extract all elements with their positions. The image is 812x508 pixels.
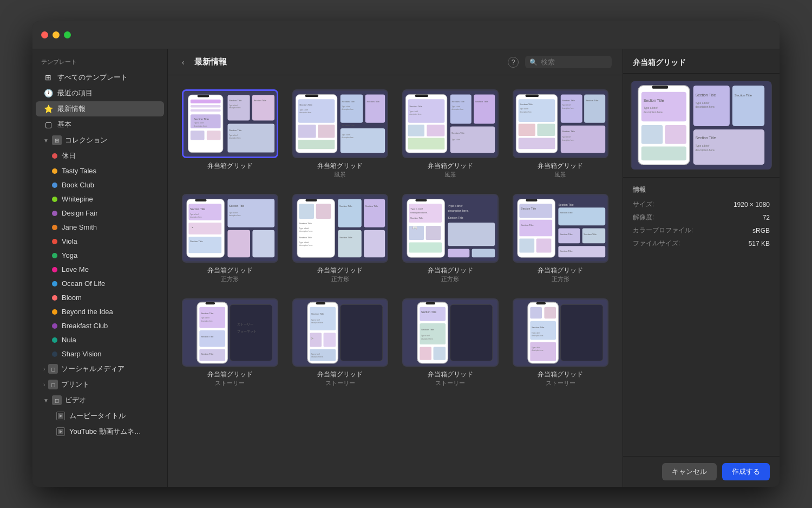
svg-rect-216 bbox=[665, 125, 686, 144]
right-panel: 弁当箱グリッド Section Title Type a brief descr… bbox=[623, 49, 780, 487]
create-button[interactable]: 作成する bbox=[722, 463, 770, 480]
socialmedia-group[interactable]: › ◻ ソーシャルメディア bbox=[36, 361, 164, 376]
help-button[interactable]: ? bbox=[508, 57, 519, 68]
grid-item-g8-sublabel: 正方形 bbox=[552, 275, 569, 283]
youtube-icon bbox=[56, 427, 65, 436]
grid-icon: ⊞ bbox=[43, 73, 53, 82]
sidebar-item-bookclub[interactable]: Book Club bbox=[36, 178, 164, 192]
sidebar-item-breakfastclub[interactable]: Breakfast Club bbox=[36, 319, 164, 333]
sidebar-item-bookclub-label: Book Club bbox=[62, 181, 94, 189]
grid-item-g2[interactable]: Section Title Type a brief description h… bbox=[289, 86, 392, 182]
sidebar-item-breakfastclub-label: Breakfast Club bbox=[62, 322, 108, 330]
sidebar-item-yoga[interactable]: Yoga bbox=[36, 249, 164, 262]
svg-text:Section Title: Section Title bbox=[342, 100, 355, 103]
info-row-size: サイズ: 1920 × 1080 bbox=[633, 200, 770, 209]
maximize-button[interactable] bbox=[64, 31, 71, 38]
sidebar-item-oceanoflife[interactable]: Ocean Of Life bbox=[36, 277, 164, 290]
grid-item-g4[interactable]: Section Title Type a brief description h… bbox=[509, 86, 612, 182]
chevron-right-icon: › bbox=[43, 366, 45, 372]
svg-rect-14 bbox=[191, 131, 205, 140]
svg-text:Type a brief: Type a brief bbox=[451, 106, 460, 108]
grid-item-g7[interactable]: Type a brief description here. Section T… bbox=[399, 191, 502, 286]
back-button[interactable]: ‹ bbox=[179, 57, 188, 68]
svg-text:description here.: description here. bbox=[342, 136, 353, 139]
grid-item-g6[interactable]: Section Title Type a brief description h… bbox=[289, 191, 392, 286]
svg-text:description here.: description here. bbox=[448, 209, 468, 212]
sidebar-item-whitepine[interactable]: Whitepine bbox=[36, 192, 164, 206]
preview-image: Section Title Type a brief description h… bbox=[631, 81, 772, 170]
svg-text:description here.: description here. bbox=[421, 337, 433, 340]
grid-item-g12[interactable]: Section Title Type a brief description h… bbox=[509, 295, 612, 391]
svg-rect-134 bbox=[448, 223, 495, 246]
svg-text:Section Title: Section Title bbox=[562, 130, 575, 133]
size-value: 1920 × 1080 bbox=[734, 201, 770, 209]
sidebar-item-janesmith[interactable]: Jane Smith bbox=[36, 220, 164, 234]
grid-item-g10-label: 弁当箱グリッド bbox=[317, 370, 363, 379]
sidebar-item-latest[interactable]: ⭐ 最新情報 bbox=[36, 101, 164, 116]
svg-rect-55 bbox=[408, 138, 445, 149]
sidebar-item-recent[interactable]: 🕐 最近の項目 bbox=[36, 86, 164, 101]
svg-text:Section Title: Section Title bbox=[451, 132, 464, 134]
svg-rect-40 bbox=[365, 95, 384, 123]
svg-rect-34 bbox=[318, 125, 335, 138]
sidebar-item-basic[interactable]: ▢ 基本 bbox=[36, 117, 164, 132]
svg-text:フォーマット: フォーマット bbox=[237, 330, 257, 333]
grid-item-g9[interactable]: Section Title Type a brief description h… bbox=[179, 295, 281, 391]
svg-text:Section Title: Section Title bbox=[421, 328, 434, 331]
grid-item-g5-label: 弁当箱グリッド bbox=[207, 266, 253, 275]
socialmedia-icon: ◻ bbox=[48, 364, 58, 374]
sidebar-item-tasty[interactable]: Tasty Tales bbox=[36, 164, 164, 178]
sidebar-item-sharpvision[interactable]: Sharp Vision bbox=[36, 347, 164, 361]
grid-item-g3[interactable]: Section Title Type a brief description h… bbox=[399, 86, 502, 182]
svg-rect-117 bbox=[338, 230, 361, 257]
sidebar-item-bloom[interactable]: Bloom bbox=[36, 291, 164, 304]
grid-item-g1[interactable]: Section Title Type a brief description h… bbox=[179, 86, 281, 182]
grid-item-g11[interactable]: Section Title Section Title Type a brief… bbox=[399, 295, 502, 391]
sidebar-item-nula[interactable]: Nula bbox=[36, 333, 164, 347]
grid-item-g6-sublabel: 正方形 bbox=[331, 275, 349, 283]
sidebar-item-designfair[interactable]: Design Fair bbox=[36, 206, 164, 220]
grid-row-2: Section Title Type a brief description h… bbox=[179, 191, 612, 286]
sidebar-item-beyondidea[interactable]: Beyond the Idea bbox=[36, 305, 164, 318]
grid-item-g4-label: 弁当箱グリッド bbox=[538, 161, 583, 171]
svg-text:description here.: description here. bbox=[190, 216, 202, 218]
svg-rect-15 bbox=[207, 131, 221, 140]
grid-item-g10[interactable]: Section Title Type a brief description h… bbox=[289, 295, 392, 391]
svg-rect-94 bbox=[188, 237, 221, 253]
svg-text:ストーリー: ストーリー bbox=[237, 323, 253, 326]
svg-text:description here.: description here. bbox=[342, 108, 353, 110]
svg-text:Type a brief: Type a brief bbox=[562, 136, 571, 138]
grid-item-g2-sublabel: 風景 bbox=[334, 171, 346, 179]
cancel-button[interactable]: キャンセル bbox=[662, 463, 717, 480]
svg-text:description here.: description here. bbox=[562, 139, 574, 141]
sidebar-item-all-label: すべてのテンプレート bbox=[57, 73, 128, 82]
sidebar-item-all[interactable]: ⊞ すべてのテンプレート bbox=[36, 70, 164, 85]
video-group[interactable]: ▼ ◻ ビデオ bbox=[36, 393, 164, 408]
collections-icon: ⊞ bbox=[52, 135, 62, 145]
search-input[interactable] bbox=[541, 58, 607, 66]
sidebar-item-youtubesam[interactable]: YouTube 動画サムネ… bbox=[36, 424, 164, 439]
svg-text:Type a brief: Type a brief bbox=[562, 104, 571, 106]
collections-group[interactable]: ▼ ⊞ コレクション bbox=[36, 133, 164, 148]
grid-item-g3-sublabel: 風景 bbox=[444, 171, 456, 179]
grid-item-g8[interactable]: Section Title Section Title Section Titl… bbox=[509, 191, 612, 286]
sidebar-item-loveme[interactable]: Love Me bbox=[36, 263, 164, 276]
svg-text:Section Title: Section Title bbox=[253, 99, 266, 102]
print-group[interactable]: › ◻ プリント bbox=[36, 377, 164, 392]
svg-rect-20 bbox=[252, 95, 274, 120]
template-grid: Section Title Type a brief description h… bbox=[168, 75, 623, 487]
minimize-button[interactable] bbox=[53, 31, 60, 38]
close-button[interactable] bbox=[41, 31, 48, 38]
sidebar-item-viola[interactable]: Viola bbox=[36, 235, 164, 248]
svg-text:description here.: description here. bbox=[299, 230, 313, 232]
sidebar-item-movietitle[interactable]: ムービータイトル bbox=[36, 408, 164, 424]
sidebar-item-holiday[interactable]: 休日 bbox=[36, 148, 164, 164]
svg-rect-139 bbox=[526, 199, 537, 201]
svg-text:Type a brief: Type a brief bbox=[229, 211, 238, 213]
sidebar-item-oceanoflife-label: Ocean Of Life bbox=[62, 279, 105, 288]
svg-text:Type a brief: Type a brief bbox=[342, 134, 350, 136]
svg-text:Type a brief: Type a brief bbox=[311, 353, 319, 355]
grid-item-g5[interactable]: Section Title Type a brief description h… bbox=[179, 191, 281, 286]
svg-rect-7 bbox=[191, 100, 221, 103]
svg-text:Type a brief: Type a brief bbox=[520, 108, 528, 110]
